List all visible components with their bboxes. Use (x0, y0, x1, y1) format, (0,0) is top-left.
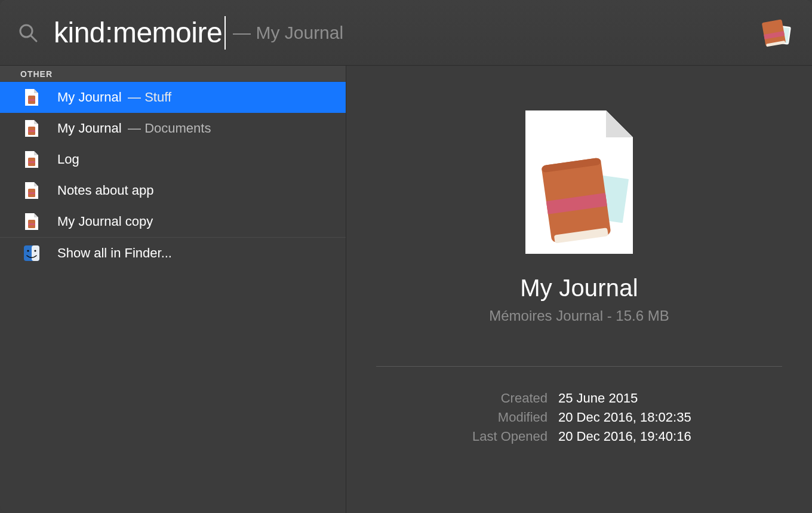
svg-rect-15 (28, 223, 35, 225)
preview-document-icon (519, 107, 639, 257)
result-label: My Journal (57, 90, 122, 105)
svg-rect-13 (28, 192, 35, 194)
svg-rect-9 (28, 130, 35, 132)
show-all-label: Show all in Finder... (57, 245, 172, 261)
search-icon (18, 23, 54, 43)
finder-icon (24, 244, 39, 262)
result-sublabel: — Stuff (128, 90, 171, 105)
svg-rect-11 (28, 161, 35, 163)
memoires-doc-icon (24, 88, 39, 106)
svg-line-1 (31, 36, 36, 41)
section-header-other: OTHER (0, 66, 346, 82)
svg-point-19 (34, 250, 36, 251)
result-label: Log (57, 152, 79, 167)
search-query-text[interactable]: kind:memoire (54, 16, 222, 49)
content-body: OTHER My Journal — Stuff (0, 66, 812, 513)
search-bar[interactable]: kind:memoire — My Journal (0, 0, 812, 66)
results-pane: OTHER My Journal — Stuff (0, 66, 346, 513)
preview-pane: My Journal Mémoires Journal - 15.6 MB Cr… (346, 66, 812, 513)
result-sublabel: — Documents (128, 121, 211, 136)
memoires-doc-icon (24, 150, 39, 168)
meta-key-created: Created (373, 391, 558, 406)
result-item-my-journal-stuff[interactable]: My Journal — Stuff (0, 82, 346, 113)
meta-key-modified: Modified (373, 410, 558, 425)
svg-rect-17 (32, 245, 39, 261)
svg-point-18 (27, 250, 29, 251)
meta-val-modified: 20 Dec 2016, 18:02:35 (558, 410, 785, 425)
result-item-notes-about-app[interactable]: Notes about app (0, 175, 346, 206)
preview-subtitle: Mémoires Journal - 15.6 MB (489, 308, 669, 324)
memoires-doc-icon (24, 213, 39, 231)
memoires-app-icon (761, 18, 794, 48)
svg-rect-7 (28, 99, 35, 101)
result-label: My Journal copy (57, 214, 153, 229)
metadata-table: Created 25 June 2015 Modified 20 Dec 201… (373, 391, 785, 444)
text-cursor (224, 16, 226, 50)
metadata-separator (376, 366, 782, 367)
preview-title: My Journal (520, 275, 638, 302)
meta-key-last-opened: Last Opened (373, 429, 558, 444)
memoires-doc-icon (24, 182, 39, 199)
meta-val-last-opened: 20 Dec 2016, 19:40:16 (558, 429, 785, 444)
memoires-doc-icon (24, 119, 39, 137)
show-all-in-finder[interactable]: Show all in Finder... (0, 238, 346, 269)
result-item-log[interactable]: Log (0, 144, 346, 175)
result-item-my-journal-copy[interactable]: My Journal copy (0, 206, 346, 237)
search-autocomplete-hint: — My Journal (233, 23, 343, 43)
result-item-my-journal-documents[interactable]: My Journal — Documents (0, 113, 346, 144)
meta-val-created: 25 June 2015 (558, 391, 785, 406)
result-label: My Journal (57, 121, 122, 136)
spotlight-window: kind:memoire — My Journal OTHER (0, 0, 812, 513)
result-label: Notes about app (57, 183, 153, 198)
